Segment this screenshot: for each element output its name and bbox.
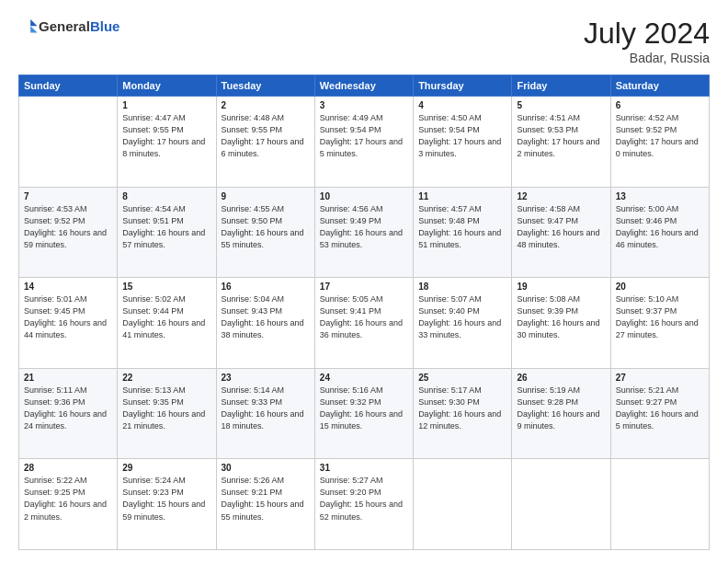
list-item: 4Sunrise: 4:50 AM Sunset: 9:54 PM Daylig… — [414, 97, 512, 188]
calendar-table: Sunday Monday Tuesday Wednesday Thursday… — [18, 75, 710, 550]
day-number: 27 — [616, 373, 704, 383]
day-info: Sunrise: 5:04 AM Sunset: 9:43 PM Dayligh… — [222, 293, 310, 341]
day-info: Sunrise: 5:27 AM Sunset: 9:20 PM Dayligh… — [320, 475, 408, 523]
list-item: 22Sunrise: 5:13 AM Sunset: 9:35 PM Dayli… — [118, 368, 216, 459]
day-number: 6 — [616, 100, 704, 110]
day-number: 8 — [122, 191, 210, 201]
day-number: 16 — [222, 282, 310, 292]
day-info: Sunrise: 5:07 AM Sunset: 9:40 PM Dayligh… — [418, 293, 506, 341]
day-info: Sunrise: 4:54 AM Sunset: 9:51 PM Dayligh… — [122, 203, 210, 251]
list-item: 10Sunrise: 4:56 AM Sunset: 9:49 PM Dayli… — [314, 187, 413, 278]
day-info: Sunrise: 5:24 AM Sunset: 9:23 PM Dayligh… — [122, 475, 210, 523]
list-item: 12Sunrise: 4:58 AM Sunset: 9:47 PM Dayli… — [512, 187, 610, 278]
day-info: Sunrise: 5:11 AM Sunset: 9:36 PM Dayligh… — [24, 385, 112, 432]
day-number: 29 — [122, 463, 210, 473]
day-number: 28 — [24, 463, 112, 473]
day-number: 26 — [517, 373, 605, 383]
col-saturday: Saturday — [610, 75, 709, 97]
table-row: 28Sunrise: 5:22 AM Sunset: 9:25 PM Dayli… — [19, 459, 710, 550]
day-info: Sunrise: 4:51 AM Sunset: 9:53 PM Dayligh… — [517, 112, 605, 160]
list-item: 19Sunrise: 5:08 AM Sunset: 9:39 PM Dayli… — [512, 278, 610, 369]
day-info: Sunrise: 5:16 AM Sunset: 9:32 PM Dayligh… — [320, 385, 408, 432]
day-number: 14 — [24, 282, 112, 292]
col-thursday: Thursday — [414, 75, 512, 97]
day-number: 2 — [222, 100, 310, 110]
day-number: 17 — [320, 282, 408, 292]
logo-icon — [18, 17, 39, 37]
day-info: Sunrise: 4:56 AM Sunset: 9:49 PM Dayligh… — [320, 203, 408, 251]
list-item: 24Sunrise: 5:16 AM Sunset: 9:32 PM Dayli… — [314, 368, 413, 459]
day-info: Sunrise: 4:55 AM Sunset: 9:50 PM Dayligh… — [222, 203, 310, 251]
col-friday: Friday — [512, 75, 610, 97]
list-item — [610, 459, 709, 550]
day-info: Sunrise: 4:47 AM Sunset: 9:55 PM Dayligh… — [122, 112, 210, 160]
day-info: Sunrise: 5:22 AM Sunset: 9:25 PM Dayligh… — [24, 475, 112, 523]
list-item: 16Sunrise: 5:04 AM Sunset: 9:43 PM Dayli… — [216, 278, 314, 369]
svg-marker-1 — [30, 26, 37, 32]
day-number: 13 — [616, 191, 704, 201]
day-info: Sunrise: 4:57 AM Sunset: 9:48 PM Dayligh… — [418, 203, 506, 251]
day-info: Sunrise: 5:10 AM Sunset: 9:37 PM Dayligh… — [616, 293, 704, 341]
table-row: 7Sunrise: 4:53 AM Sunset: 9:52 PM Daylig… — [19, 187, 710, 278]
day-info: Sunrise: 5:21 AM Sunset: 9:27 PM Dayligh… — [616, 385, 704, 432]
day-number: 1 — [122, 100, 210, 110]
day-number: 25 — [418, 373, 506, 383]
list-item: 2Sunrise: 4:48 AM Sunset: 9:55 PM Daylig… — [216, 97, 314, 188]
list-item: 15Sunrise: 5:02 AM Sunset: 9:44 PM Dayli… — [118, 278, 216, 369]
day-number: 24 — [320, 373, 408, 383]
list-item: 21Sunrise: 5:11 AM Sunset: 9:36 PM Dayli… — [19, 368, 118, 459]
day-info: Sunrise: 5:13 AM Sunset: 9:35 PM Dayligh… — [122, 385, 210, 432]
table-row: 21Sunrise: 5:11 AM Sunset: 9:36 PM Dayli… — [19, 368, 710, 459]
day-info: Sunrise: 5:08 AM Sunset: 9:39 PM Dayligh… — [517, 293, 605, 341]
day-info: Sunrise: 4:53 AM Sunset: 9:52 PM Dayligh… — [24, 203, 112, 251]
list-item — [19, 97, 118, 188]
day-number: 19 — [517, 282, 605, 292]
day-number: 5 — [517, 100, 605, 110]
day-number: 11 — [418, 191, 506, 201]
col-sunday: Sunday — [19, 75, 118, 97]
list-item: 28Sunrise: 5:22 AM Sunset: 9:25 PM Dayli… — [19, 459, 118, 550]
day-number: 9 — [222, 191, 310, 201]
day-info: Sunrise: 4:49 AM Sunset: 9:54 PM Dayligh… — [320, 112, 408, 160]
list-item: 11Sunrise: 4:57 AM Sunset: 9:48 PM Dayli… — [414, 187, 512, 278]
logo-general: General — [39, 18, 90, 34]
day-number: 12 — [517, 191, 605, 201]
list-item: 9Sunrise: 4:55 AM Sunset: 9:50 PM Daylig… — [216, 187, 314, 278]
col-monday: Monday — [118, 75, 216, 97]
location-title: Badar, Russia — [584, 51, 710, 65]
day-number: 23 — [222, 373, 310, 383]
day-info: Sunrise: 4:58 AM Sunset: 9:47 PM Dayligh… — [517, 203, 605, 251]
svg-marker-0 — [30, 19, 37, 26]
day-number: 31 — [320, 463, 408, 473]
day-info: Sunrise: 4:50 AM Sunset: 9:54 PM Dayligh… — [418, 112, 506, 160]
day-info: Sunrise: 5:26 AM Sunset: 9:21 PM Dayligh… — [222, 475, 310, 523]
list-item: 7Sunrise: 4:53 AM Sunset: 9:52 PM Daylig… — [19, 187, 118, 278]
day-info: Sunrise: 5:14 AM Sunset: 9:33 PM Dayligh… — [222, 385, 310, 432]
list-item: 18Sunrise: 5:07 AM Sunset: 9:40 PM Dayli… — [414, 278, 512, 369]
day-info: Sunrise: 5:01 AM Sunset: 9:45 PM Dayligh… — [24, 293, 112, 341]
header: GeneralBlue July 2024 Badar, Russia — [18, 17, 710, 65]
list-item: 25Sunrise: 5:17 AM Sunset: 9:30 PM Dayli… — [414, 368, 512, 459]
title-block: July 2024 Badar, Russia — [584, 17, 710, 65]
table-row: 1Sunrise: 4:47 AM Sunset: 9:55 PM Daylig… — [19, 97, 710, 188]
table-row: 14Sunrise: 5:01 AM Sunset: 9:45 PM Dayli… — [19, 278, 710, 369]
day-number: 4 — [418, 100, 506, 110]
list-item: 8Sunrise: 4:54 AM Sunset: 9:51 PM Daylig… — [118, 187, 216, 278]
day-info: Sunrise: 5:19 AM Sunset: 9:28 PM Dayligh… — [517, 385, 605, 432]
col-tuesday: Tuesday — [216, 75, 314, 97]
day-info: Sunrise: 4:52 AM Sunset: 9:52 PM Dayligh… — [616, 112, 704, 160]
day-number: 22 — [122, 373, 210, 383]
list-item: 27Sunrise: 5:21 AM Sunset: 9:27 PM Dayli… — [610, 368, 709, 459]
day-number: 10 — [320, 191, 408, 201]
calendar-body: 1Sunrise: 4:47 AM Sunset: 9:55 PM Daylig… — [19, 97, 710, 550]
list-item — [414, 459, 512, 550]
list-item: 17Sunrise: 5:05 AM Sunset: 9:41 PM Dayli… — [314, 278, 413, 369]
day-number: 7 — [24, 191, 112, 201]
day-number: 30 — [222, 463, 310, 473]
header-row: Sunday Monday Tuesday Wednesday Thursday… — [19, 75, 710, 97]
list-item: 29Sunrise: 5:24 AM Sunset: 9:23 PM Dayli… — [118, 459, 216, 550]
day-info: Sunrise: 5:17 AM Sunset: 9:30 PM Dayligh… — [418, 385, 506, 432]
logo-blue: Blue — [90, 18, 120, 34]
list-item: 14Sunrise: 5:01 AM Sunset: 9:45 PM Dayli… — [19, 278, 118, 369]
day-number: 21 — [24, 373, 112, 383]
